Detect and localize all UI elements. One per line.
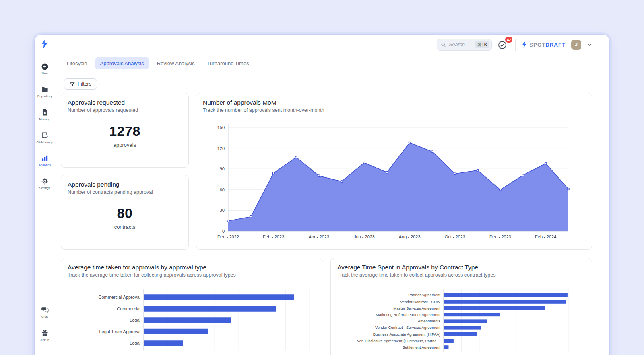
search-input[interactable]: Search ⌘+K: [437, 39, 492, 51]
approvals-mom-card: Number of approvals MoM Track the number…: [196, 93, 592, 250]
user-avatar[interactable]: J: [571, 40, 581, 50]
svg-text:Vendor Contract - Services Agr: Vendor Contract - Services Agreement: [375, 325, 440, 330]
tab-lifecycle[interactable]: Lifecycle: [63, 57, 91, 69]
chat-icon: [35, 306, 55, 314]
tab-turnaround-times[interactable]: Turnaround Times: [203, 57, 253, 69]
svg-text:Legal: Legal: [130, 341, 140, 345]
card-subtitle: Track the average time taken to collect …: [337, 272, 585, 278]
sidebar-item-label: Manage: [35, 117, 55, 121]
sidebar: New Repository Manage Clickthrough Analy: [35, 35, 55, 355]
svg-text:Marketing Referral Partner Agr: Marketing Referral Partner Agreement: [376, 312, 440, 317]
sidebar-item-clickthrough[interactable]: Clickthrough: [35, 131, 55, 144]
svg-text:Jun - 2023: Jun - 2023: [354, 234, 375, 239]
filters-button[interactable]: Filters: [64, 78, 97, 90]
card-subtitle: Track the average time taken for collect…: [68, 272, 316, 278]
approvals-pending-card: Approvals pending Number of contracts pe…: [61, 175, 189, 250]
approvals-notifications-button[interactable]: 42: [497, 39, 510, 51]
svg-text:0: 0: [222, 229, 225, 234]
spotdraft-brand[interactable]: SPOTDRAFT: [521, 41, 566, 49]
contract-type-card: Average Time Spent in Approvals by Contr…: [330, 258, 592, 355]
spotdraft-logo-icon[interactable]: [35, 39, 55, 51]
svg-text:Settlement Agreement: Settlement Agreement: [402, 345, 440, 349]
chevron-down-icon[interactable]: [587, 42, 592, 47]
notification-count-badge: 42: [505, 37, 512, 43]
approval-type-card: Average time taken for approvals by appr…: [61, 258, 323, 355]
document-check-icon: [35, 131, 55, 139]
stat-unit: contracts: [68, 224, 182, 230]
sidebar-item-manage[interactable]: Manage: [35, 109, 55, 121]
spotdraft-bolt-icon: [521, 41, 528, 49]
brand-wordmark: SPOTDRAFT: [529, 42, 566, 48]
svg-text:Oct - 2023: Oct - 2023: [445, 234, 465, 239]
svg-text:Feb - 2023: Feb - 2023: [263, 234, 284, 239]
sidebar-item-label: Just In: [35, 338, 55, 342]
card-subtitle: Number of approvals requested: [68, 107, 182, 113]
card-title: Approvals requested: [68, 99, 182, 106]
card-title: Average time taken for approvals by appr…: [68, 264, 316, 271]
svg-text:Vendor Contract - SOW: Vendor Contract - SOW: [400, 300, 440, 304]
svg-text:Non-Disclosure Agreement (Cust: Non-Disclosure Agreement (Customers, Par…: [357, 339, 440, 343]
filter-funnel-icon: [70, 82, 75, 87]
card-title: Number of approvals MoM: [203, 99, 585, 106]
plus-circle-icon: [35, 63, 55, 70]
sidebar-item-label: Analytics: [35, 163, 55, 167]
top-header: Search ⌘+K 42 SPOTDRAFT J: [55, 35, 609, 55]
svg-text:Apr - 2023: Apr - 2023: [309, 234, 329, 239]
sidebar-item-repository[interactable]: Repository: [35, 86, 55, 98]
stat-unit: approvals: [68, 142, 182, 148]
sidebar-item-label: Clickthrough: [35, 140, 55, 144]
filters-label: Filters: [78, 81, 91, 87]
svg-text:Commercial: Commercial: [117, 306, 140, 311]
svg-text:Legal Team Approval: Legal Team Approval: [99, 329, 140, 334]
stat-value: 80: [68, 205, 182, 221]
approvals-requested-card: Approvals requested Number of approvals …: [61, 93, 189, 168]
stat-value: 1278: [68, 123, 182, 139]
svg-text:Feb - 2024: Feb - 2024: [535, 234, 556, 239]
svg-text:Amendments: Amendments: [418, 319, 440, 323]
card-title: Approvals pending: [68, 181, 182, 188]
svg-text:120: 120: [217, 146, 225, 151]
sidebar-item-label: Chat: [35, 315, 55, 318]
search-placeholder: Search: [449, 42, 472, 47]
sidebar-item-label: Repository: [35, 94, 55, 98]
svg-text:Master Services Agreement: Master Services Agreement: [393, 306, 440, 310]
approvals-mom-area-chart: 0306090120150Dec - 2022Feb - 2023Apr - 2…: [203, 117, 586, 240]
sidebar-item-just-in[interactable]: Just In: [35, 329, 55, 342]
svg-text:30: 30: [220, 208, 225, 213]
tab-approvals-analysis[interactable]: Approvals Analysis: [95, 57, 149, 69]
contract-type-bar-chart: Partner AgreementVendor Contract - SOWMa…: [337, 282, 586, 355]
svg-text:150: 150: [217, 125, 225, 130]
tab-review-analysis[interactable]: Review Analysis: [153, 57, 199, 69]
approval-type-bar-chart: Commercial ApprovalCommercialLegalLegal …: [68, 282, 317, 355]
document-gear-icon: [35, 109, 55, 116]
sidebar-item-label: New: [35, 72, 55, 75]
gift-icon: [35, 329, 55, 337]
gear-icon: [35, 177, 55, 185]
search-icon: [441, 42, 446, 47]
svg-text:90: 90: [220, 166, 225, 171]
analytics-tabs: Lifecycle Approvals Analysis Review Anal…: [55, 55, 609, 72]
svg-text:Commercial Approval: Commercial Approval: [98, 295, 140, 300]
svg-text:Partner Agreement: Partner Agreement: [408, 293, 440, 297]
sidebar-item-label: Settings: [35, 186, 55, 190]
card-subtitle: Track the number of approvals sent month…: [203, 107, 585, 113]
card-subtitle: Number of contracts pending approval: [68, 189, 182, 195]
svg-text:Dec - 2023: Dec - 2023: [489, 234, 511, 239]
svg-text:Legal: Legal: [130, 318, 140, 322]
search-shortcut-badge: ⌘+K: [475, 41, 489, 48]
folder-icon: [35, 86, 55, 93]
card-title: Average Time Spent in Approvals by Contr…: [337, 264, 585, 271]
svg-text:Aug - 2023: Aug - 2023: [399, 234, 421, 239]
bar-chart-icon: [35, 154, 55, 162]
svg-text:Business Associate Agreement (: Business Associate Agreement (HIPAA): [373, 332, 440, 337]
header-divider: [515, 39, 516, 51]
sidebar-item-chat[interactable]: Chat: [35, 306, 55, 318]
svg-text:60: 60: [220, 187, 225, 192]
sidebar-item-new[interactable]: New: [35, 63, 55, 75]
app-window: New Repository Manage Clickthrough Analy: [34, 34, 610, 355]
sidebar-item-analytics[interactable]: Analytics: [35, 154, 55, 167]
sidebar-item-settings[interactable]: Settings: [35, 177, 55, 190]
svg-text:Dec - 2022: Dec - 2022: [217, 234, 239, 239]
